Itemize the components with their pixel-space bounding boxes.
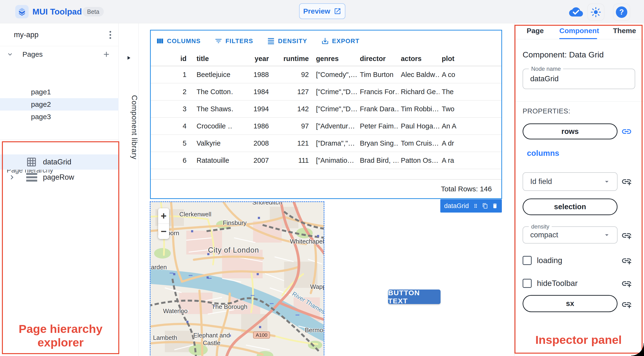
column-header-plot[interactable]: plot [439, 51, 501, 66]
add-binding-icon[interactable] [621, 230, 632, 241]
map-label: Shoreditch [246, 201, 288, 206]
cell-title: Beetlejuice [194, 66, 233, 83]
column-header-id[interactable]: id [151, 51, 194, 66]
table-row[interactable]: 5 Valkyrie 2008 121 ["Drama","… Bryan Si… [151, 135, 501, 152]
hierarchy-item-datagrid[interactable]: dataGrid [0, 154, 118, 170]
hierarchy-item-pagerow[interactable]: pageRow [0, 170, 118, 185]
map-label: The Borough [208, 303, 251, 311]
hidetoolbar-checkbox-label: hideToolbar [537, 279, 578, 288]
map-label: Whitechapel [286, 238, 324, 245]
map-label: Bermondsey [298, 327, 324, 334]
add-binding-icon[interactable] [621, 176, 632, 187]
column-header-title[interactable]: title [194, 51, 233, 66]
delete-icon[interactable] [492, 202, 498, 210]
table-row[interactable]: 2 The Cotton… 1984 127 ["Crime","D… Fran… [151, 83, 501, 101]
table-row[interactable]: 4 Crocodile … 1986 97 ["Adventur… Peter … [151, 118, 501, 135]
cell-director: Tim Burton [358, 66, 398, 83]
add-binding-icon[interactable] [621, 255, 632, 266]
chevron-down-icon[interactable] [6, 50, 14, 58]
duplicate-icon[interactable] [482, 202, 488, 209]
sx-property-button[interactable]: sx [522, 295, 618, 312]
map-label: Clerkenwell [174, 211, 217, 218]
cell-plot: A dr [439, 135, 501, 152]
table-row[interactable]: 6 Ratatouille 2007 111 ["Animatio… Brad … [151, 152, 501, 169]
column-header-runtime[interactable]: runtime [271, 51, 314, 66]
datagrid-header-row: id title year runtime genres director ac… [151, 51, 501, 66]
grid-icon [26, 157, 37, 167]
drag-handle-icon[interactable] [473, 202, 478, 209]
preview-button[interactable]: Preview [299, 3, 345, 19]
loading-checkbox-label: loading [537, 256, 562, 265]
id-field-value: Id field [523, 177, 552, 186]
toolpad-logo-icon [15, 5, 28, 18]
component-library-label: Component library [118, 68, 138, 187]
cell-director: Frank Dara… [358, 101, 398, 117]
selection-property-button[interactable]: selection [522, 199, 618, 215]
cell-plot: A co [439, 66, 501, 83]
node-name-field[interactable]: Node name [522, 69, 635, 89]
column-header-genres[interactable]: genres [314, 51, 358, 66]
tab-component[interactable]: Component [559, 27, 599, 35]
density-label: density [529, 223, 552, 230]
hierarchy-item-label: pageRow [43, 173, 74, 182]
cell-runtime: 142 [271, 101, 314, 117]
component-library-panel[interactable]: Component library [118, 23, 138, 356]
table-row[interactable]: 1 Beetlejuice 1988 92 ["Comedy",… Tim Bu… [151, 66, 501, 83]
cell-genres: ["Drama","… [314, 135, 358, 152]
columns-property-link[interactable]: columns [527, 149, 559, 158]
columns-button-label: COLUMNS [167, 37, 200, 45]
chevron-right-icon[interactable] [8, 173, 16, 182]
column-header-year[interactable]: year [233, 51, 272, 66]
add-binding-icon[interactable] [621, 299, 632, 310]
tab-theme[interactable]: Theme [613, 27, 636, 35]
cell-runtime: 92 [271, 66, 314, 83]
sidebar-item-page3[interactable]: page3 [0, 111, 118, 123]
filters-button[interactable]: FILTERS [212, 35, 256, 47]
density-icon [267, 37, 275, 45]
expand-panel-icon[interactable] [126, 55, 132, 61]
map-label: Lambeth [150, 334, 186, 342]
map-label: Finsbury [213, 219, 256, 227]
map-label: arden [151, 264, 177, 271]
table-row[interactable]: 3 The Shaws… 1994 142 ["Crime","D… Frank… [151, 101, 501, 118]
preview-button-label: Preview [303, 7, 330, 15]
zoom-out-button[interactable]: − [158, 224, 169, 239]
tab-page[interactable]: Page [527, 27, 544, 35]
theme-toggle-button[interactable] [587, 3, 604, 21]
add-binding-icon[interactable] [621, 278, 632, 289]
node-name-input[interactable] [523, 75, 614, 83]
cell-actors: Patton Os… [398, 152, 439, 169]
road-badge: A100 [253, 332, 270, 339]
zoom-in-button[interactable]: + [158, 208, 169, 224]
cell-id: 3 [151, 101, 194, 117]
cell-actors: Richard Ge… [398, 83, 439, 100]
rows-property-button[interactable]: rows [522, 123, 618, 139]
id-field-select[interactable]: Id field [522, 172, 618, 191]
help-button[interactable]: ? [613, 3, 630, 21]
bound-link-icon[interactable] [621, 126, 632, 137]
density-button[interactable]: DENSITY [264, 35, 309, 47]
loading-checkbox[interactable] [522, 256, 532, 265]
sidebar-item-page1[interactable]: page1 [0, 86, 118, 98]
total-rows-label: Total Rows: 146 [441, 185, 492, 193]
column-header-director[interactable]: director [358, 51, 398, 66]
map-component[interactable]: Shoreditch Clerkenwell Finsbury Holborn … [150, 201, 324, 356]
column-header-actors[interactable]: actors [398, 51, 439, 66]
density-button-label: DENSITY [278, 37, 307, 45]
cell-plot: Two [439, 101, 501, 117]
hidetoolbar-checkbox[interactable] [522, 279, 532, 288]
map-label: City of London [207, 246, 260, 255]
columns-button[interactable]: COLUMNS [154, 35, 203, 47]
sidebar-item-page2[interactable]: page2 [0, 98, 118, 111]
selected-component-name: dataGrid [444, 202, 469, 210]
add-page-button[interactable] [102, 50, 111, 59]
project-menu-button[interactable] [104, 29, 116, 40]
cell-plot: An A [439, 118, 501, 134]
dropdown-arrow-icon [603, 178, 611, 186]
export-button[interactable]: EXPORT [319, 35, 362, 47]
selected-component-toolbar[interactable]: dataGrid [440, 199, 502, 213]
datagrid-component[interactable]: COLUMNS FILTERS DENSITY EXPORT id title … [150, 30, 502, 199]
export-button-label: EXPORT [332, 37, 360, 45]
density-select[interactable]: density compact [522, 226, 618, 244]
button-component[interactable]: BUTTON TEXT [388, 290, 440, 304]
